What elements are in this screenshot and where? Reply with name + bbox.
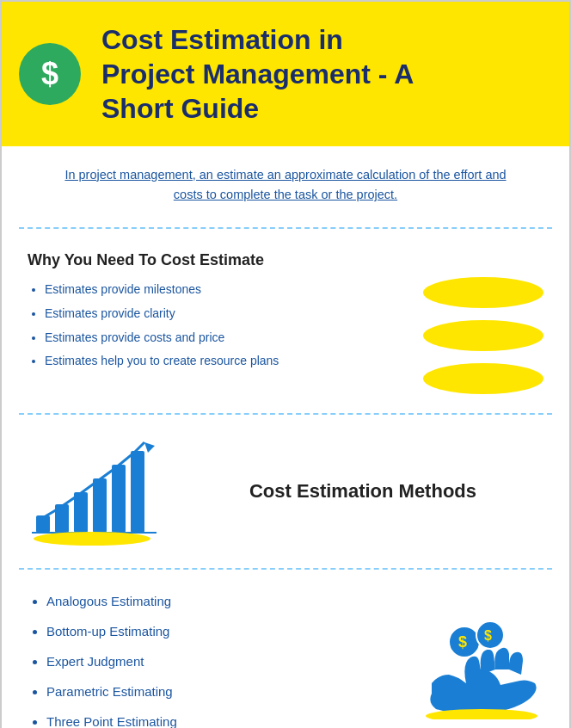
svg-point-8: [34, 532, 150, 546]
list-item: Estimates provide milestones: [45, 281, 406, 299]
methods-list: Analogous Estimating Bottom-up Estimatin…: [28, 592, 177, 728]
list-item: Three Point Estimating: [46, 713, 177, 728]
svg-marker-7: [144, 442, 155, 453]
header-section: $ Cost Estimation in Project Management …: [2, 2, 569, 146]
page-title: Cost Estimation in Project Management - …: [101, 22, 414, 126]
money-hand-icon: $ $: [414, 616, 543, 719]
methods-title: Cost Estimation Methods: [182, 480, 543, 503]
list-item: Expert Judgment: [46, 652, 177, 670]
divider-2: [19, 413, 552, 415]
why-list: Estimates provide milestones Estimates p…: [28, 281, 406, 369]
list-item: Estimates help you to create resource pl…: [45, 353, 406, 370]
why-right: [423, 251, 543, 394]
list-item: Parametric Estimating: [46, 682, 177, 700]
intro-section: In project management, an estimate an ap…: [2, 146, 569, 217]
bar-chart-icon: [28, 434, 165, 546]
svg-text:$: $: [484, 628, 492, 643]
divider-1: [19, 227, 552, 229]
oval-3: [423, 363, 543, 394]
svg-rect-3: [93, 478, 107, 533]
svg-rect-5: [131, 451, 144, 533]
intro-text: In project management, an estimate an ap…: [53, 165, 518, 205]
svg-rect-4: [112, 465, 126, 533]
why-section: Why You Need To Cost Estimate Estimates …: [2, 239, 569, 403]
svg-text:$: $: [458, 633, 467, 651]
list-section: Analogous Estimating Bottom-up Estimatin…: [2, 580, 569, 728]
methods-section: Cost Estimation Methods: [2, 425, 569, 558]
dollar-symbol: $: [41, 56, 58, 92]
list-item: Estimates provide clarity: [45, 305, 406, 323]
list-item: Bottom-up Estimating: [46, 622, 177, 640]
divider-3: [19, 568, 552, 570]
oval-2: [423, 320, 543, 351]
dollar-icon: $: [19, 43, 81, 105]
list-item: Estimates provide costs and price: [45, 330, 406, 347]
oval-1: [423, 277, 543, 308]
why-title: Why You Need To Cost Estimate: [28, 251, 406, 269]
svg-rect-2: [74, 492, 88, 533]
why-left: Why You Need To Cost Estimate Estimates …: [28, 251, 406, 376]
money-container: $ $: [414, 616, 543, 719]
chart-container: [28, 434, 165, 549]
list-item: Analogous Estimating: [46, 592, 177, 610]
